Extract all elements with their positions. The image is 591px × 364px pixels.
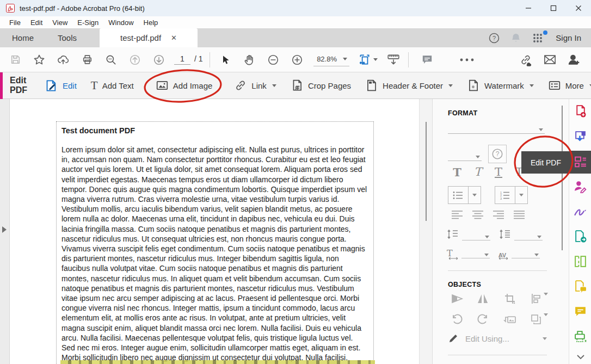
italic-button[interactable]: T [467, 165, 488, 179]
replace-image-button[interactable] [498, 313, 522, 325]
expand-left-panel-icon[interactable] [2, 226, 7, 233]
notifications-bell-icon[interactable] [508, 32, 524, 44]
print-production-icon[interactable] [574, 330, 587, 343]
font-size-select[interactable] [448, 147, 482, 161]
zoom-level-select[interactable]: 82.8% [313, 53, 349, 66]
menu-esign[interactable]: E-Sign [72, 18, 103, 27]
share-cloud-icon[interactable] [51, 54, 75, 66]
paragraph-spacing-input[interactable] [514, 236, 543, 240]
menu-window[interactable]: Window [103, 18, 138, 27]
add-image-button[interactable]: Add Image [156, 79, 213, 92]
tools-rail [569, 99, 591, 364]
character-spacing-input[interactable] [512, 254, 540, 258]
minimize-button[interactable] [516, 0, 541, 16]
rotate-counterclockwise-button[interactable] [447, 313, 467, 325]
align-right-button[interactable] [488, 210, 509, 219]
watermark-button[interactable]: Watermark [467, 79, 534, 92]
send-for-review-icon[interactable] [574, 230, 587, 243]
toolbar-divider [210, 52, 210, 67]
share-with-people-icon[interactable] [562, 53, 586, 67]
horizontal-scale-input[interactable] [461, 254, 490, 258]
add-image-label: Add Image [173, 81, 213, 90]
numbered-list-icon[interactable]: 123 [495, 187, 515, 203]
zoom-out-icon[interactable] [261, 54, 285, 66]
fit-width-select[interactable] [358, 53, 378, 66]
numbered-list-button-group[interactable]: 123 [495, 186, 528, 204]
edit-button[interactable]: Edit [45, 79, 77, 92]
fill-and-sign-icon[interactable] [574, 205, 587, 218]
edit-using-button[interactable]: Edit Using... [448, 333, 547, 344]
crop-object-button[interactable] [498, 293, 522, 305]
svg-text:?: ? [496, 150, 500, 158]
toolbar-divider [408, 52, 409, 67]
font-family-select[interactable] [448, 120, 545, 134]
link-button[interactable]: Link [234, 79, 276, 92]
save-icon[interactable] [3, 54, 27, 65]
arrange-objects-button[interactable] [525, 313, 552, 325]
previous-page-icon[interactable] [123, 54, 147, 66]
underline-button[interactable]: T [488, 165, 509, 179]
align-justify-button[interactable] [509, 210, 530, 219]
bold-button[interactable]: T [447, 165, 467, 179]
favorites-star-icon[interactable] [27, 54, 51, 66]
page-number-input[interactable]: 1 [174, 54, 190, 65]
menu-file[interactable]: File [4, 18, 26, 27]
clipped-highlighted-line [60, 360, 375, 364]
panel-scrollbar-thumb[interactable] [562, 106, 563, 250]
format-help-button[interactable]: ? [488, 145, 507, 163]
pdf-text-block[interactable]: Test document PDF Lorem ipsum dolor sit … [56, 121, 374, 364]
tab-home[interactable]: Home [0, 28, 46, 47]
menu-view[interactable]: View [47, 18, 72, 27]
bullet-list-button-group[interactable] [448, 186, 481, 204]
more-button[interactable]: More [548, 79, 591, 92]
export-pdf-icon[interactable] [574, 129, 587, 143]
tab-document[interactable]: test-pdf.pdf ✕ [100, 28, 198, 47]
compare-files-icon[interactable] [574, 280, 587, 293]
numbered-list-dropdown[interactable] [515, 187, 527, 203]
request-signatures-icon[interactable] [574, 180, 587, 193]
header-footer-button[interactable]: Header & Footer [365, 79, 453, 92]
align-left-button[interactable] [447, 210, 467, 219]
document-heading: Test document PDF [61, 126, 368, 135]
comment-icon[interactable] [412, 53, 442, 66]
measure-tool-button[interactable] [386, 53, 401, 66]
scrollbar-thumb[interactable] [426, 122, 427, 221]
create-pdf-icon[interactable] [574, 104, 587, 118]
crop-pages-button[interactable]: Crop Pages [291, 79, 351, 92]
line-spacing-input[interactable] [462, 236, 490, 240]
rail-more-chevron-icon[interactable] [574, 350, 587, 364]
organize-pages-icon[interactable] [574, 255, 587, 268]
align-center-button[interactable] [467, 210, 488, 219]
menu-help[interactable]: Help [139, 18, 163, 27]
more-tools-ellipsis-icon[interactable] [442, 58, 491, 62]
edit-pdf-toolbar: Edit PDF Edit T Add Text Add Image Link … [0, 72, 591, 99]
comment-tool-icon[interactable] [574, 305, 587, 318]
menu-edit[interactable]: Edit [26, 18, 47, 27]
edit-pdf-tool-icon[interactable] [574, 155, 587, 169]
line-spacing-icon [447, 229, 459, 240]
print-icon[interactable] [75, 54, 99, 65]
help-icon[interactable]: ? [486, 32, 502, 44]
flip-horizontal-button[interactable] [471, 293, 495, 305]
bullet-list-icon[interactable] [448, 187, 468, 203]
tab-tools[interactable]: Tools [46, 28, 89, 47]
rotate-clockwise-button[interactable] [471, 313, 495, 325]
document-scrollbar[interactable] [419, 99, 432, 364]
bullet-list-dropdown[interactable] [468, 187, 481, 203]
app-grid-icon[interactable] [530, 33, 546, 44]
next-page-icon[interactable] [147, 54, 171, 66]
search-icon[interactable] [99, 54, 123, 66]
tab-close-icon[interactable]: ✕ [171, 34, 177, 42]
add-text-button[interactable]: T Add Text [91, 80, 134, 91]
maximize-button[interactable] [541, 0, 566, 16]
horizontal-scale-icon: T [447, 248, 453, 258]
zoom-in-icon[interactable] [285, 54, 309, 66]
share-link-icon[interactable] [514, 53, 538, 67]
align-objects-button[interactable] [525, 293, 552, 305]
flip-vertical-button[interactable] [447, 293, 467, 305]
hand-tool-icon[interactable] [237, 54, 261, 66]
email-icon[interactable] [538, 53, 562, 66]
close-window-button[interactable] [566, 0, 591, 16]
sign-in-button[interactable]: Sign In [556, 33, 581, 42]
select-tool-icon[interactable] [213, 54, 237, 65]
